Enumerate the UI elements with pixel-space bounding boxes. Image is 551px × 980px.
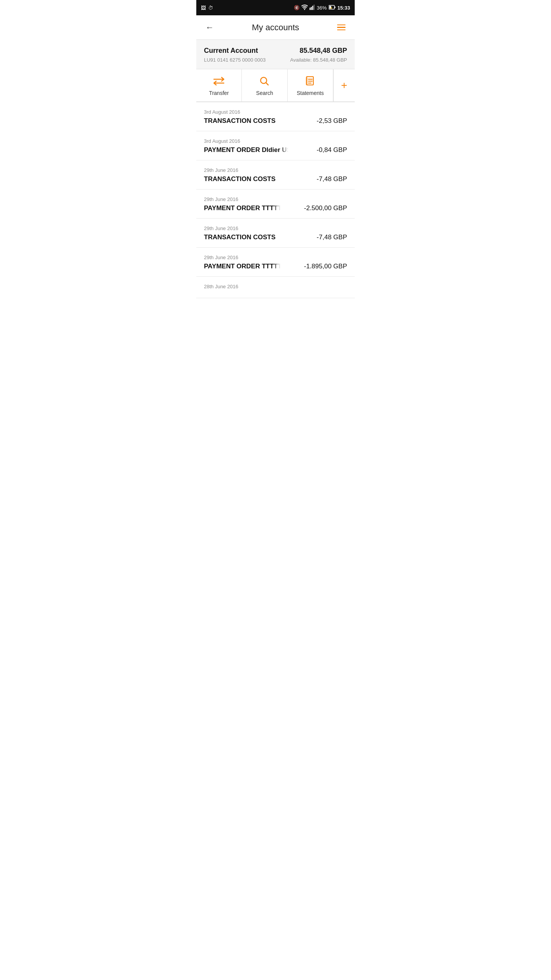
photo-icon: 🖼 bbox=[201, 5, 206, 11]
add-button[interactable]: + bbox=[333, 69, 355, 101]
account-banner: Current Account 85.548,48 GBP LU91 0141 … bbox=[196, 40, 355, 69]
header: ← My accounts bbox=[196, 15, 355, 40]
transaction-date: 3rd August 2016 bbox=[204, 138, 347, 144]
svg-rect-3 bbox=[313, 5, 315, 10]
transaction-amount: -1.895,00 GBP bbox=[304, 263, 347, 270]
status-bar: 🖼 ⏱ 🔇 36% ⚡ 15:33 bbox=[196, 0, 355, 15]
wifi-icon bbox=[302, 5, 308, 11]
transaction-name: PAYMENT ORDER TTTTTTTTT bbox=[204, 204, 280, 212]
account-name: Current Account bbox=[204, 47, 258, 55]
timer-icon: ⏱ bbox=[208, 5, 213, 11]
back-button[interactable]: ← bbox=[204, 21, 215, 34]
transaction-item[interactable]: 29th June 2016 TRANSACTION COSTS -7,48 G… bbox=[196, 160, 355, 189]
transaction-list: 3rd August 2016 TRANSACTION COSTS -2,53 … bbox=[196, 102, 355, 298]
action-toolbar: Transfer Search bbox=[196, 69, 355, 102]
transaction-amount: -7,48 GBP bbox=[317, 234, 347, 241]
svg-rect-2 bbox=[312, 6, 313, 10]
transaction-amount: -7,48 GBP bbox=[317, 175, 347, 183]
transfer-button[interactable]: Transfer bbox=[196, 69, 242, 101]
transaction-name: PAYMENT ORDER DIdier USD avec ll bbox=[204, 146, 288, 154]
menu-line-3 bbox=[337, 29, 346, 31]
menu-line-1 bbox=[337, 24, 346, 26]
transfer-icon bbox=[213, 76, 225, 88]
svg-rect-1 bbox=[311, 7, 312, 10]
svg-rect-6 bbox=[334, 7, 335, 8]
plus-icon: + bbox=[341, 79, 347, 91]
statements-button[interactable]: Statements bbox=[288, 69, 333, 101]
search-icon bbox=[259, 76, 269, 88]
transaction-row: TRANSACTION COSTS -7,48 GBP bbox=[204, 175, 347, 183]
svg-text:⚡: ⚡ bbox=[330, 6, 333, 9]
transaction-amount: -0,84 GBP bbox=[317, 146, 347, 154]
transaction-name: TRANSACTION COSTS bbox=[204, 117, 317, 125]
menu-line-2 bbox=[337, 27, 346, 28]
search-label: Search bbox=[256, 90, 273, 96]
statements-label: Statements bbox=[297, 90, 324, 96]
available-label: Available: bbox=[290, 57, 311, 63]
transaction-row: PAYMENT ORDER TTTTTTTTT -2.500,00 GBP bbox=[204, 204, 347, 212]
time-display: 15:33 bbox=[337, 5, 350, 11]
battery-percent: 36% bbox=[317, 5, 327, 11]
account-top-row: Current Account 85.548,48 GBP bbox=[204, 47, 347, 55]
transaction-item[interactable]: 29th June 2016 TRANSACTION COSTS -7,48 G… bbox=[196, 219, 355, 248]
available-amount: 85.548,48 GBP bbox=[313, 57, 347, 63]
status-left-icons: 🖼 ⏱ bbox=[201, 5, 213, 11]
transaction-row: PAYMENT ORDER DIdier USD avec ll -0,84 G… bbox=[204, 146, 347, 154]
menu-button[interactable] bbox=[336, 23, 347, 32]
transfer-label: Transfer bbox=[209, 90, 229, 96]
account-available: Available: 85.548,48 GBP bbox=[290, 57, 347, 63]
svg-rect-0 bbox=[310, 8, 311, 10]
transaction-item[interactable]: 3rd August 2016 PAYMENT ORDER DIdier USD… bbox=[196, 131, 355, 160]
signal-icon bbox=[310, 5, 315, 11]
account-bottom-row: LU91 0141 6275 0000 0003 Available: 85.5… bbox=[204, 57, 347, 63]
account-number: LU91 0141 6275 0000 0003 bbox=[204, 57, 266, 63]
statements-icon bbox=[305, 76, 315, 88]
transaction-item[interactable]: 29th June 2016 PAYMENT ORDER TTTTT TTTT … bbox=[196, 248, 355, 277]
transaction-amount: -2.500,00 GBP bbox=[304, 204, 347, 212]
back-icon: ← bbox=[205, 23, 214, 32]
transaction-date: 29th June 2016 bbox=[204, 255, 347, 260]
search-button[interactable]: Search bbox=[242, 69, 287, 101]
transaction-row: TRANSACTION COSTS -7,48 GBP bbox=[204, 234, 347, 241]
transaction-date: 3rd August 2016 bbox=[204, 109, 347, 115]
transaction-amount: -2,53 GBP bbox=[317, 117, 347, 125]
mute-icon: 🔇 bbox=[294, 5, 300, 10]
transaction-date: 28th June 2016 bbox=[204, 284, 347, 289]
action-group: Transfer Search bbox=[196, 69, 333, 101]
status-right-icons: 🔇 36% ⚡ 15:33 bbox=[294, 5, 350, 11]
transaction-name: PAYMENT ORDER TTTTT TTTT T bbox=[204, 263, 280, 270]
transaction-row: TRANSACTION COSTS -2,53 GBP bbox=[204, 117, 347, 125]
page-title: My accounts bbox=[252, 23, 299, 33]
transaction-item[interactable]: 28th June 2016 bbox=[196, 277, 355, 298]
transaction-item[interactable]: 3rd August 2016 TRANSACTION COSTS -2,53 … bbox=[196, 102, 355, 131]
transaction-date: 29th June 2016 bbox=[204, 225, 347, 231]
transaction-row: PAYMENT ORDER TTTTT TTTT T -1.895,00 GBP bbox=[204, 263, 347, 270]
transaction-date: 29th June 2016 bbox=[204, 196, 347, 202]
transaction-name: TRANSACTION COSTS bbox=[204, 234, 317, 241]
transaction-item[interactable]: 29th June 2016 PAYMENT ORDER TTTTTTTTT -… bbox=[196, 189, 355, 219]
battery-icon: ⚡ bbox=[329, 5, 336, 11]
transaction-date: 29th June 2016 bbox=[204, 167, 347, 173]
account-balance: 85.548,48 GBP bbox=[300, 47, 347, 55]
transaction-name: TRANSACTION COSTS bbox=[204, 175, 317, 183]
